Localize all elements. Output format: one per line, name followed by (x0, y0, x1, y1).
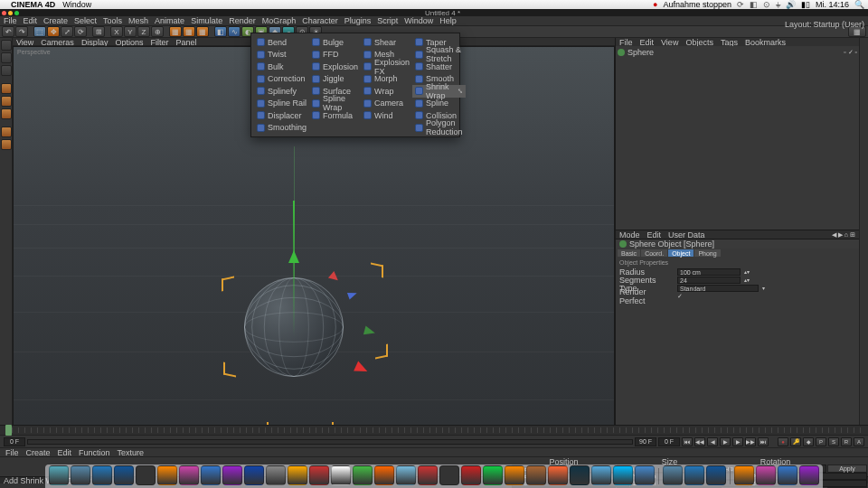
menu-extra-icon[interactable]: ⊙ (763, 0, 770, 9)
play-button[interactable]: ▶ (720, 437, 731, 446)
range-end-input[interactable]: 90 F (635, 437, 656, 446)
menu-file[interactable]: File (4, 16, 17, 25)
render-perfect-checkbox[interactable]: ✓ (677, 293, 683, 300)
menu-extra-icon[interactable]: ◧ (750, 0, 758, 9)
deformer-spline[interactable]: Spline (412, 98, 466, 110)
dock-app-cal[interactable] (331, 465, 351, 485)
scale-key-button[interactable]: S (828, 437, 839, 446)
current-frame-input[interactable]: 0 F (658, 437, 680, 446)
vp-menu-options[interactable]: Options (115, 38, 143, 45)
vp-menu-cameras[interactable]: Cameras (41, 38, 74, 45)
dock-app-app6[interactable] (635, 465, 655, 485)
menu-simulate[interactable]: Simulate (191, 16, 222, 25)
deformer-shear[interactable]: Shear (361, 36, 412, 49)
dock-app-app5[interactable] (591, 465, 611, 485)
dock-app-id[interactable] (179, 465, 199, 485)
menu-extra-icon[interactable]: ⟳ (737, 0, 744, 9)
deformer-bulk[interactable]: Bulk (254, 61, 309, 73)
menu-edit[interactable]: Edit (24, 16, 38, 25)
dock-app-cal2[interactable] (778, 465, 797, 485)
dock-app-app3[interactable] (439, 465, 459, 485)
dock-app-app2[interactable] (266, 465, 286, 485)
wifi-icon[interactable]: ⏚ (776, 0, 780, 9)
select-tool[interactable]: ⬚ (33, 26, 46, 37)
clock[interactable]: Mi. 14:16 (816, 0, 849, 9)
obj-menu-edit[interactable]: Edit (640, 38, 655, 46)
edge-mode-button[interactable] (1, 96, 12, 107)
softselect-button[interactable] (1, 139, 12, 150)
deformer-displacer[interactable]: Displacer (254, 109, 309, 122)
next-frame-button[interactable]: ▶ (732, 437, 743, 446)
range-slider[interactable] (27, 439, 633, 445)
next-key-button[interactable]: ▶▶ (745, 437, 756, 446)
dock-app-c4d[interactable] (244, 465, 264, 485)
apply-button[interactable]: Apply (827, 465, 867, 473)
object-row-sphere[interactable]: Sphere ▫ ✓ ▫ (618, 48, 857, 57)
coord-system[interactable]: ⊕ (151, 26, 164, 37)
dock-app-pages2[interactable] (756, 465, 776, 485)
menu-character[interactable]: Character (302, 16, 338, 25)
menu-mesh[interactable]: Mesh (128, 16, 148, 25)
menu-create[interactable]: Create (43, 16, 68, 25)
layout-dropdown[interactable]: Startup (User) (813, 20, 864, 29)
obj-menu-bookmarks[interactable]: Bookmarks (745, 38, 786, 46)
minimize-icon[interactable] (8, 11, 13, 15)
battery-icon[interactable]: ▮▯ (801, 0, 810, 9)
dock-app-safari[interactable] (71, 465, 90, 485)
obj-menu-file[interactable]: File (619, 38, 633, 46)
radius-input[interactable]: 100 cm (677, 268, 741, 276)
dock-app-pages[interactable] (288, 465, 307, 485)
deformer-twist[interactable]: Twist (254, 49, 309, 61)
autokey-button[interactable]: 🔑 (790, 437, 801, 446)
axis-y-toggle[interactable]: Y (124, 26, 137, 37)
menu-window[interactable]: Window (404, 16, 433, 25)
attr-menu-userdata[interactable]: User Data (668, 230, 705, 239)
rotate-tool[interactable]: ⟳ (74, 26, 87, 37)
dock-app-spotify[interactable] (483, 465, 503, 485)
obj-menu-view[interactable]: View (661, 38, 678, 46)
deformer-ffd[interactable]: FFD (309, 49, 361, 61)
dock-app-rf[interactable] (309, 465, 329, 485)
deformer-wrap[interactable]: Wrap (361, 85, 412, 98)
close-icon[interactable] (2, 11, 6, 15)
dock-app-notes[interactable] (734, 465, 754, 485)
goto-start-button[interactable]: ⏮ (682, 437, 693, 446)
dock-app-ps2[interactable] (114, 465, 134, 485)
goto-end-button[interactable]: ⏭ (758, 437, 769, 446)
deformer-shrink-wrap[interactable]: Shrink Wrap⤡ (412, 85, 466, 98)
tab-basic[interactable]: Basic (618, 249, 640, 257)
menu-plugins[interactable]: Plugins (344, 16, 372, 25)
menu-script[interactable]: Script (377, 16, 398, 25)
vp-menu-display[interactable]: Display (81, 38, 108, 45)
primitive-button[interactable]: ◧ (214, 26, 227, 37)
deformer-spline-rail[interactable]: Spline Rail (254, 98, 309, 110)
recent-tool[interactable]: ⊞ (92, 26, 105, 37)
y-axis-handle[interactable] (288, 250, 299, 263)
deformer-jiggle[interactable]: Jiggle (309, 73, 361, 86)
tab-object[interactable]: Object (668, 249, 693, 257)
dock-app-plex[interactable] (374, 465, 394, 485)
menu-render[interactable]: Render (229, 16, 256, 25)
dock-app-folder2[interactable] (706, 465, 726, 485)
deformer-explosion[interactable]: Explosion (309, 61, 361, 73)
point-mode-button[interactable] (1, 83, 12, 94)
dock-app-pr[interactable] (222, 465, 242, 485)
menu-help[interactable]: Help (439, 16, 457, 25)
app-name[interactable]: CINEMA 4D (11, 0, 55, 9)
scale-tool[interactable]: ⤢ (61, 26, 73, 37)
segments-input[interactable]: 24 (677, 277, 741, 284)
undo-button[interactable]: ↶ (2, 26, 14, 37)
attr-menu-edit[interactable]: Edit (647, 230, 662, 239)
render-view-button[interactable]: ▦ (169, 26, 182, 37)
dock-app-finder[interactable] (49, 465, 69, 485)
deformer-explosion-fx[interactable]: Explosion FX (361, 61, 412, 73)
dock-app-appstore[interactable] (663, 465, 683, 485)
axis-z-toggle[interactable]: Z (137, 26, 150, 37)
dock-app-steam[interactable] (570, 465, 590, 485)
vp-menu-view[interactable]: View (16, 38, 33, 45)
deformer-bend[interactable]: Bend (254, 36, 309, 49)
dock-app-folder[interactable] (684, 465, 704, 485)
dock-app-lastfm[interactable] (461, 465, 481, 485)
dock-app-app[interactable] (136, 465, 156, 485)
tab-phong[interactable]: Phong (694, 249, 720, 257)
